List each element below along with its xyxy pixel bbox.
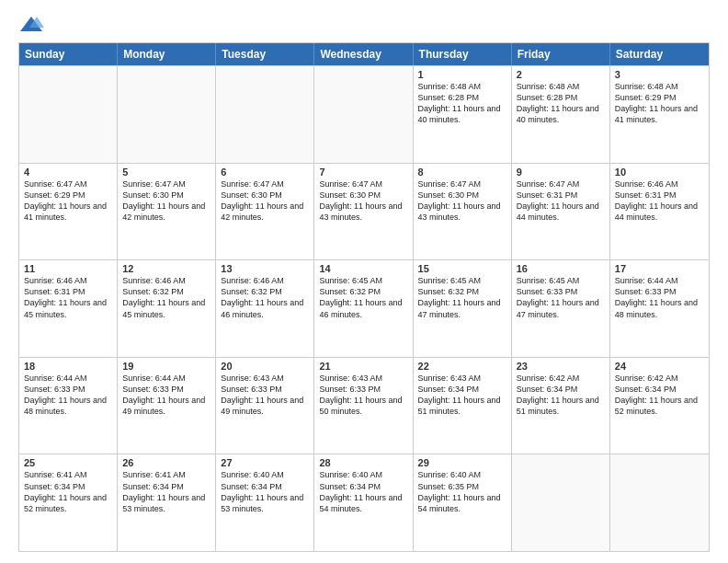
day-number: 29 xyxy=(418,457,506,468)
page: SundayMondayTuesdayWednesdayThursdayFrid… xyxy=(0,0,728,563)
header xyxy=(18,15,710,35)
calendar-day-7: 7Sunrise: 6:47 AM Sunset: 6:30 PM Daylig… xyxy=(314,164,413,260)
day-number: 28 xyxy=(319,457,407,468)
day-number: 11 xyxy=(24,263,112,274)
day-info: Sunrise: 6:47 AM Sunset: 6:30 PM Dayligh… xyxy=(221,178,309,224)
calendar-day-16: 16Sunrise: 6:45 AM Sunset: 6:33 PM Dayli… xyxy=(512,260,610,357)
calendar-day-empty xyxy=(512,454,610,551)
day-info: Sunrise: 6:44 AM Sunset: 6:33 PM Dayligh… xyxy=(122,373,210,418)
day-header-tuesday: Tuesday xyxy=(216,43,314,65)
calendar-day-6: 6Sunrise: 6:47 AM Sunset: 6:30 PM Daylig… xyxy=(216,164,314,260)
day-info: Sunrise: 6:45 AM Sunset: 6:32 PM Dayligh… xyxy=(418,275,506,320)
day-header-thursday: Thursday xyxy=(414,43,512,65)
day-number: 22 xyxy=(418,361,506,372)
day-info: Sunrise: 6:44 AM Sunset: 6:33 PM Dayligh… xyxy=(615,275,704,320)
day-info: Sunrise: 6:43 AM Sunset: 6:33 PM Dayligh… xyxy=(319,373,407,418)
day-number: 27 xyxy=(221,457,309,468)
day-info: Sunrise: 6:46 AM Sunset: 6:31 PM Dayligh… xyxy=(615,178,704,224)
logo xyxy=(18,15,48,35)
day-number: 18 xyxy=(24,361,112,372)
day-number: 20 xyxy=(221,361,309,372)
day-number: 9 xyxy=(517,167,605,178)
day-info: Sunrise: 6:40 AM Sunset: 6:34 PM Dayligh… xyxy=(319,469,407,514)
calendar-week-5: 25Sunrise: 6:41 AM Sunset: 6:34 PM Dayli… xyxy=(19,454,709,551)
day-info: Sunrise: 6:41 AM Sunset: 6:34 PM Dayligh… xyxy=(24,469,112,514)
day-number: 15 xyxy=(418,263,506,274)
day-info: Sunrise: 6:46 AM Sunset: 6:31 PM Dayligh… xyxy=(24,275,112,320)
calendar-day-empty xyxy=(118,66,216,163)
calendar-day-12: 12Sunrise: 6:46 AM Sunset: 6:32 PM Dayli… xyxy=(118,260,216,357)
day-info: Sunrise: 6:43 AM Sunset: 6:33 PM Dayligh… xyxy=(221,373,309,418)
calendar-day-18: 18Sunrise: 6:44 AM Sunset: 6:33 PM Dayli… xyxy=(19,358,118,454)
day-info: Sunrise: 6:47 AM Sunset: 6:30 PM Dayligh… xyxy=(418,178,506,224)
calendar-day-empty xyxy=(19,66,118,163)
calendar-day-25: 25Sunrise: 6:41 AM Sunset: 6:34 PM Dayli… xyxy=(19,454,118,551)
calendar-day-empty xyxy=(314,66,413,163)
day-header-sunday: Sunday xyxy=(19,43,118,65)
day-info: Sunrise: 6:47 AM Sunset: 6:30 PM Dayligh… xyxy=(122,178,210,224)
calendar-day-3: 3Sunrise: 6:48 AM Sunset: 6:29 PM Daylig… xyxy=(610,66,709,163)
calendar-day-15: 15Sunrise: 6:45 AM Sunset: 6:32 PM Dayli… xyxy=(414,260,512,357)
calendar-day-28: 28Sunrise: 6:40 AM Sunset: 6:34 PM Dayli… xyxy=(314,454,413,551)
calendar-day-29: 29Sunrise: 6:40 AM Sunset: 6:35 PM Dayli… xyxy=(414,454,512,551)
day-number: 4 xyxy=(24,167,112,178)
calendar-day-11: 11Sunrise: 6:46 AM Sunset: 6:31 PM Dayli… xyxy=(19,260,118,357)
day-number: 21 xyxy=(319,361,407,372)
day-info: Sunrise: 6:41 AM Sunset: 6:34 PM Dayligh… xyxy=(122,469,210,514)
day-number: 14 xyxy=(319,263,407,274)
day-number: 6 xyxy=(221,167,309,178)
day-number: 5 xyxy=(122,167,210,178)
calendar-header-row: SundayMondayTuesdayWednesdayThursdayFrid… xyxy=(19,43,709,65)
day-info: Sunrise: 6:45 AM Sunset: 6:32 PM Dayligh… xyxy=(319,275,407,320)
day-number: 13 xyxy=(221,263,309,274)
calendar-day-2: 2Sunrise: 6:48 AM Sunset: 6:28 PM Daylig… xyxy=(512,66,610,163)
calendar-day-8: 8Sunrise: 6:47 AM Sunset: 6:30 PM Daylig… xyxy=(414,164,512,260)
calendar-day-27: 27Sunrise: 6:40 AM Sunset: 6:34 PM Dayli… xyxy=(216,454,314,551)
day-number: 7 xyxy=(319,167,407,178)
calendar-day-24: 24Sunrise: 6:42 AM Sunset: 6:34 PM Dayli… xyxy=(610,358,709,454)
day-number: 25 xyxy=(24,457,112,468)
calendar-day-23: 23Sunrise: 6:42 AM Sunset: 6:34 PM Dayli… xyxy=(512,358,610,454)
calendar-day-5: 5Sunrise: 6:47 AM Sunset: 6:30 PM Daylig… xyxy=(118,164,216,260)
day-info: Sunrise: 6:47 AM Sunset: 6:30 PM Dayligh… xyxy=(319,178,407,224)
calendar-body: 1Sunrise: 6:48 AM Sunset: 6:28 PM Daylig… xyxy=(19,65,709,551)
calendar-day-17: 17Sunrise: 6:44 AM Sunset: 6:33 PM Dayli… xyxy=(610,260,709,357)
day-header-saturday: Saturday xyxy=(610,43,709,65)
day-number: 16 xyxy=(517,263,605,274)
calendar-day-19: 19Sunrise: 6:44 AM Sunset: 6:33 PM Dayli… xyxy=(118,358,216,454)
day-info: Sunrise: 6:46 AM Sunset: 6:32 PM Dayligh… xyxy=(122,275,210,320)
calendar-day-10: 10Sunrise: 6:46 AM Sunset: 6:31 PM Dayli… xyxy=(610,164,709,260)
day-number: 8 xyxy=(418,167,506,178)
day-number: 2 xyxy=(517,69,605,80)
calendar: SundayMondayTuesdayWednesdayThursdayFrid… xyxy=(18,42,710,552)
calendar-week-4: 18Sunrise: 6:44 AM Sunset: 6:33 PM Dayli… xyxy=(19,357,709,454)
calendar-week-3: 11Sunrise: 6:46 AM Sunset: 6:31 PM Dayli… xyxy=(19,259,709,357)
day-info: Sunrise: 6:45 AM Sunset: 6:33 PM Dayligh… xyxy=(517,275,605,320)
day-number: 19 xyxy=(122,361,210,372)
calendar-day-9: 9Sunrise: 6:47 AM Sunset: 6:31 PM Daylig… xyxy=(512,164,610,260)
day-info: Sunrise: 6:48 AM Sunset: 6:28 PM Dayligh… xyxy=(418,81,506,126)
calendar-day-22: 22Sunrise: 6:43 AM Sunset: 6:34 PM Dayli… xyxy=(414,358,512,454)
calendar-day-empty xyxy=(610,454,709,551)
day-header-friday: Friday xyxy=(512,43,610,65)
day-info: Sunrise: 6:43 AM Sunset: 6:34 PM Dayligh… xyxy=(418,373,506,418)
day-number: 10 xyxy=(615,167,704,178)
day-number: 26 xyxy=(122,457,210,468)
day-info: Sunrise: 6:47 AM Sunset: 6:31 PM Dayligh… xyxy=(517,178,605,224)
calendar-week-1: 1Sunrise: 6:48 AM Sunset: 6:28 PM Daylig… xyxy=(19,65,709,163)
day-number: 24 xyxy=(615,361,704,372)
day-header-wednesday: Wednesday xyxy=(314,43,413,65)
calendar-day-empty xyxy=(216,66,314,163)
calendar-day-21: 21Sunrise: 6:43 AM Sunset: 6:33 PM Dayli… xyxy=(314,358,413,454)
day-info: Sunrise: 6:48 AM Sunset: 6:29 PM Dayligh… xyxy=(615,81,704,126)
day-info: Sunrise: 6:46 AM Sunset: 6:32 PM Dayligh… xyxy=(221,275,309,320)
day-info: Sunrise: 6:42 AM Sunset: 6:34 PM Dayligh… xyxy=(517,373,605,418)
day-number: 23 xyxy=(517,361,605,372)
calendar-day-13: 13Sunrise: 6:46 AM Sunset: 6:32 PM Dayli… xyxy=(216,260,314,357)
calendar-day-4: 4Sunrise: 6:47 AM Sunset: 6:29 PM Daylig… xyxy=(19,164,118,260)
day-number: 17 xyxy=(615,263,704,274)
day-header-monday: Monday xyxy=(118,43,216,65)
day-info: Sunrise: 6:47 AM Sunset: 6:29 PM Dayligh… xyxy=(24,178,112,224)
day-info: Sunrise: 6:40 AM Sunset: 6:34 PM Dayligh… xyxy=(221,469,309,514)
day-info: Sunrise: 6:44 AM Sunset: 6:33 PM Dayligh… xyxy=(24,373,112,418)
